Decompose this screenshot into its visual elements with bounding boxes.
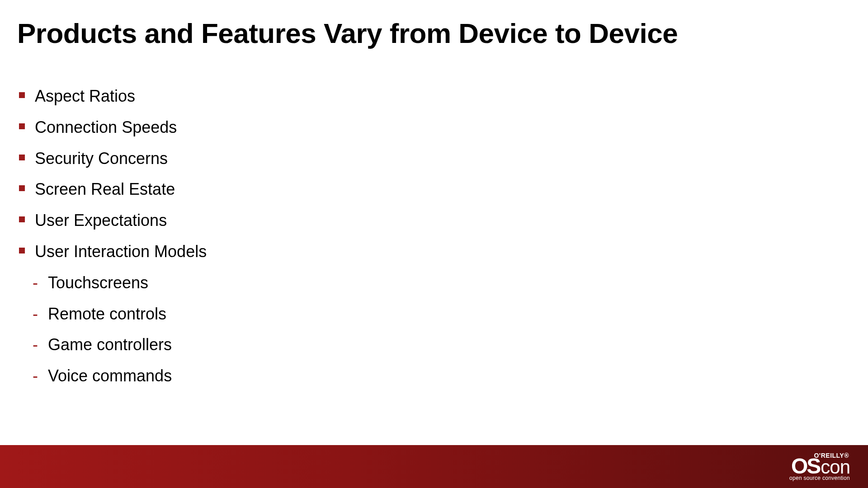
presentation-slide: Products and Features Vary from Device t… bbox=[0, 0, 868, 488]
logo-con-text: con bbox=[821, 459, 850, 475]
dash-icon: - bbox=[33, 366, 38, 387]
dash-icon: - bbox=[33, 272, 38, 294]
subitem-text: Remote controls bbox=[48, 304, 166, 325]
list-subitem: - Game controllers bbox=[33, 334, 207, 356]
bullet-text: Security Concerns bbox=[35, 148, 168, 169]
bullet-text: Aspect Ratios bbox=[35, 86, 135, 107]
logo-tagline: open source convention bbox=[789, 475, 850, 481]
bullet-square-icon bbox=[19, 216, 25, 222]
slide-content: Aspect Ratios Connection Speeds Security… bbox=[19, 86, 207, 397]
list-subitem: - Voice commands bbox=[33, 366, 207, 387]
logo-main: OS con bbox=[791, 457, 850, 476]
list-item: Security Concerns bbox=[19, 148, 207, 169]
list-subitem: - Touchscreens bbox=[33, 272, 207, 294]
bullet-square-icon bbox=[19, 92, 25, 98]
bullet-square-icon bbox=[19, 155, 25, 160]
subitem-text: Touchscreens bbox=[48, 272, 148, 294]
dash-icon: - bbox=[33, 304, 38, 325]
bullet-square-icon bbox=[19, 248, 25, 253]
bullet-text: User Expectations bbox=[35, 210, 167, 231]
bullet-text: Connection Speeds bbox=[35, 117, 177, 138]
list-item: Aspect Ratios bbox=[19, 86, 207, 107]
bullet-square-icon bbox=[19, 185, 25, 191]
list-item: Connection Speeds bbox=[19, 117, 207, 138]
list-subitem: - Remote controls bbox=[33, 304, 207, 325]
bullet-text: Screen Real Estate bbox=[35, 179, 175, 200]
bullet-text: User Interaction Models bbox=[35, 241, 207, 263]
list-item: Screen Real Estate bbox=[19, 179, 207, 200]
logo-os-text: OS bbox=[791, 457, 820, 476]
slide-title: Products and Features Vary from Device t… bbox=[17, 17, 678, 49]
footer-bar: O'REILLY® OS con open source convention bbox=[0, 445, 868, 488]
oscon-logo: O'REILLY® OS con open source convention bbox=[789, 452, 850, 481]
subitem-text: Voice commands bbox=[48, 366, 172, 387]
subitem-text: Game controllers bbox=[48, 334, 172, 356]
dash-icon: - bbox=[33, 334, 38, 356]
list-item: User Interaction Models bbox=[19, 241, 207, 263]
bullet-square-icon bbox=[19, 123, 25, 129]
list-item: User Expectations bbox=[19, 210, 207, 231]
